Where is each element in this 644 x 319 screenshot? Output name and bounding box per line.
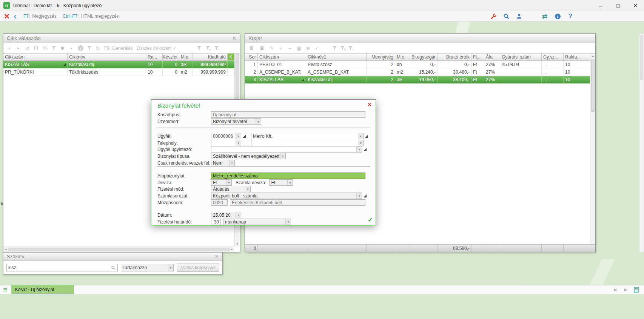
dialog-confirm-check-icon[interactable]: ✓ (368, 216, 373, 224)
base-document-field[interactable]: Metro_rendelésszáma (211, 173, 365, 179)
col-sor[interactable]: Sor (245, 54, 258, 60)
vscroll-thumb[interactable] (591, 59, 595, 112)
generate-f9-button[interactable]: F9: Generálás (104, 46, 133, 51)
dialog-close-icon[interactable]: ✕ (367, 102, 372, 108)
cart-row[interactable]: 2 A_CSEMPE_B_KAT. A_CSEMPE_B_KAT. 2 m2 1… (245, 68, 595, 76)
info-icon[interactable]: i (554, 13, 561, 20)
spray-icon[interactable]: ✱ (60, 46, 65, 51)
invoice-series-combo[interactable]: Központi bolt - számla ▾ (211, 193, 362, 199)
shortcut-f7[interactable]: F7: Megjegyzés (23, 14, 57, 19)
item-info-icon[interactable]: i (78, 45, 83, 51)
payment-method-select[interactable]: Átutalás ▾ (211, 186, 251, 192)
add-row-icon[interactable]: + (278, 45, 283, 51)
col-me[interactable]: M.e. (395, 54, 408, 60)
cart-table-vscrollbar[interactable]: ▲ (590, 54, 595, 244)
minimize-button[interactable]: – (592, 0, 609, 11)
undo-icon[interactable]: ↺ (25, 46, 30, 51)
scroll-down-icon[interactable]: ▼ (236, 242, 239, 246)
remove-row-icon[interactable]: − (287, 45, 293, 51)
user-icon[interactable] (516, 13, 522, 20)
refresh-icon[interactable]: ↻ (95, 46, 100, 51)
delete-row-trash-icon[interactable] (248, 45, 255, 52)
filter-clear-icon[interactable]: ✕ (206, 46, 210, 50)
col-ra[interactable]: Ra... (146, 54, 163, 60)
currency-select[interactable]: Ft ▾ (211, 179, 232, 186)
transfer-arrows-icon[interactable]: ⇄ (541, 13, 548, 20)
window-vscrollbar[interactable] (639, 33, 644, 252)
tools-wrench-icon[interactable] (490, 13, 497, 20)
empty-cart-trash-icon[interactable]: A (259, 45, 265, 52)
site-code-combo[interactable]: ▾ (211, 140, 241, 146)
scroll-up-icon[interactable]: ▲ (592, 54, 595, 58)
col-cikkszam[interactable]: Cikkszám (258, 54, 306, 60)
filter-funnel-icon[interactable] (52, 46, 56, 50)
cart-filter-saved-icon[interactable]: + (348, 46, 353, 50)
back-button[interactable]: ‹ (14, 12, 17, 20)
customer-name-combo[interactable]: Metro Kft. ▾ (251, 133, 364, 139)
search-icon[interactable] (503, 13, 510, 20)
col-fi[interactable]: Fi... (471, 54, 484, 60)
cart-filter-apply-icon[interactable] (333, 46, 337, 50)
site-name-combo[interactable]: ▾ (251, 140, 364, 146)
cart-filter-clear-icon[interactable]: ✕ (340, 46, 345, 50)
customer-code-expander-icon[interactable] (243, 135, 246, 138)
uzemmod-select[interactable]: Bizonylat felvétel ▾ (211, 118, 261, 125)
doc-type-select[interactable]: Szállítólevél - nem engedélyezett ▾ (211, 153, 286, 159)
col-mennyiseg[interactable]: Mennyiség (367, 54, 395, 60)
shortcut-ctrl-f7[interactable]: Ctrl+F7: HTML megjegyzés (63, 14, 119, 19)
row-expander-icon[interactable] (63, 63, 66, 66)
col-me[interactable]: M.e. (179, 54, 193, 60)
contact-combo[interactable]: ▾ (211, 146, 362, 153)
sort-up-icon[interactable]: ▲ (69, 47, 74, 50)
filter-funnel-icon-2[interactable] (87, 46, 91, 50)
maximize-button[interactable]: □ (609, 0, 627, 11)
due-days-field[interactable]: 30 (211, 219, 221, 225)
invoice-currency-select[interactable]: Ft ▾ (269, 179, 293, 186)
col-gysz[interactable]: Gy.sz... (542, 54, 564, 60)
filter-search-input[interactable] (8, 265, 111, 270)
all-item-numbers-toggle[interactable]: Összes cikkszám ✓ (137, 46, 177, 51)
col-keszlet[interactable]: Készlet (163, 54, 179, 60)
item-row-selected[interactable]: KISZÁLLÁS Kiszállási díj 10 0 alk 999.99… (3, 61, 240, 68)
filter-apply-icon[interactable] (197, 46, 201, 50)
percent-icon[interactable]: % (43, 46, 48, 51)
col-brutto[interactable]: Bruttó érték (438, 54, 471, 60)
vscroll-thumb[interactable] (640, 35, 643, 80)
package-icon[interactable]: ▣ (296, 46, 302, 51)
move-up-icon[interactable]: ▲ (15, 46, 21, 50)
item-table-hscrollbar[interactable]: ◄ ► (3, 247, 234, 252)
switch-to-search-button[interactable]: Váltás keresésre (177, 264, 219, 272)
customer-name-expander-icon[interactable] (365, 135, 368, 138)
invoice-series-expander-icon[interactable] (364, 194, 367, 197)
filter-saved-icon[interactable]: ✓ (214, 46, 219, 50)
date-select[interactable]: 25.05.20 ▾ (211, 212, 241, 218)
next-page-icon[interactable]: » (624, 287, 627, 293)
cart-row-selected[interactable]: 3 KISZÁLLÁS Kiszállási díj 2 alk 19.050,… (245, 76, 595, 83)
col-k[interactable]: K (228, 54, 234, 60)
col-afa[interactable]: Áfa (484, 54, 500, 60)
customer-code-combo[interactable]: 00000006 ▾ (211, 133, 241, 139)
close-window-button[interactable]: ✕ (627, 0, 644, 11)
col-cikknev1[interactable]: Cikknév1 (306, 54, 367, 60)
filter-mode-select[interactable]: Tartalmazza ▾ (121, 264, 174, 271)
contact-expander-icon[interactable] (364, 148, 367, 151)
filter-panel-close-icon[interactable]: ✕ (215, 254, 219, 259)
col-kiadhato[interactable]: Kiadható (193, 54, 228, 60)
price-ft-icon[interactable]: Ft (34, 46, 39, 51)
edit-row-icon[interactable]: ✎ (269, 46, 274, 51)
previous-page-icon[interactable]: « (613, 287, 617, 293)
col-bregysegar[interactable]: Br.egységár (408, 54, 438, 60)
confirm-check-icon[interactable]: ✓ (314, 46, 320, 51)
col-cikknev[interactable]: Cikknév (68, 54, 146, 60)
hscroll-thumb[interactable] (8, 248, 230, 251)
add-item-icon[interactable]: + (6, 45, 12, 51)
row-expander-icon[interactable] (302, 79, 304, 81)
cart-row[interactable]: 1 PESTO_01 Pesto szósz 2 db 0,- 0,- Ft 2… (245, 61, 595, 68)
scroll-right-icon[interactable]: ► (230, 248, 233, 251)
menu-hamburger-icon[interactable]: ≡ (3, 286, 8, 293)
col-gyartasi[interactable]: Gyártási szám (500, 54, 542, 60)
item-row[interactable]: PR_TÜKÖRKI Tükörkiszedés 10 0 m2 999.999… (3, 68, 240, 76)
col-cikkszam[interactable]: Cikkszám (3, 54, 68, 60)
splitter-line[interactable] (3, 280, 525, 280)
document-view-icon[interactable] (634, 287, 639, 293)
